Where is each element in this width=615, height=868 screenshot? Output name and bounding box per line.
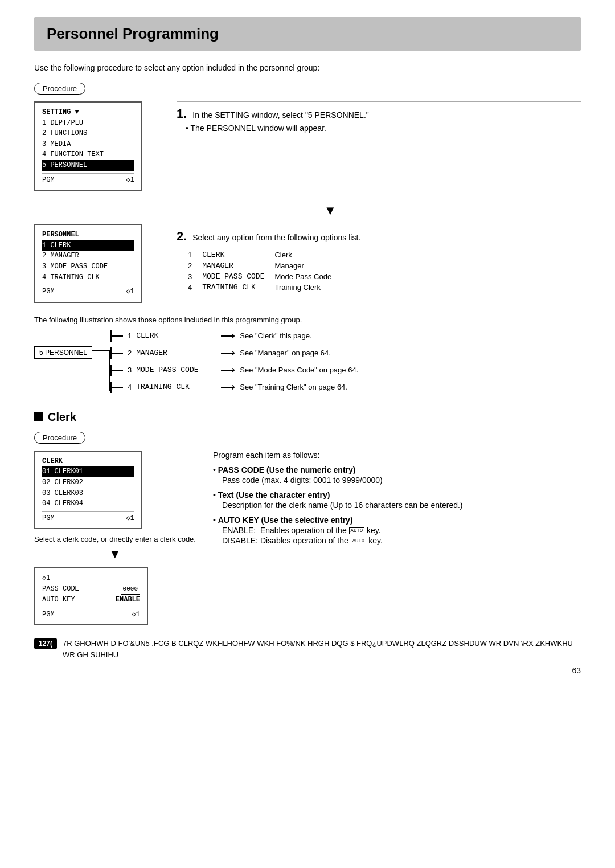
- step2-row: PERSONNEL 1 CLERK 2 MANAGER 3 MODE PASS …: [34, 224, 581, 303]
- clerk-footer-left: PGM: [42, 513, 55, 524]
- branch-num-4: 4: [128, 383, 132, 391]
- clerk-left: CLERK 01 CLERK01 02 CLERK02 03 CLERK03 0…: [34, 451, 196, 625]
- personnel-item-1: 1 CLERK: [42, 240, 134, 251]
- down-arrow-1: ▼: [80, 203, 581, 218]
- clerk-select-text: Select a clerk code, or directly enter a…: [34, 535, 196, 543]
- personnel-footer-left: PGM: [42, 286, 55, 297]
- step1-content: 1. In the SETTING window, select "5 PERS…: [177, 101, 581, 133]
- setting-item-1: 1 DEPT/PLU: [42, 118, 134, 129]
- opt-label-3: Mode Pass Code: [274, 271, 342, 282]
- branch-num-2: 2: [128, 349, 132, 357]
- opt-num-4: 4: [188, 282, 202, 293]
- opt-code-4: TRAINING CLK: [202, 282, 274, 293]
- illus-intro: The following illustration shows those o…: [34, 316, 581, 324]
- note-badge: 127(: [34, 638, 57, 649]
- branch-arrow-3: ⟶: [220, 364, 235, 376]
- personnel-item-4: 4 TRAINING CLK: [42, 272, 134, 283]
- auto-key-val: ENABLE: [116, 595, 140, 605]
- branch-arrow-2: ⟶: [220, 347, 235, 359]
- clerk-lcd-footer: PGM ◇1: [42, 511, 134, 524]
- text-block: • Text (Use the character entry) Descrip…: [213, 490, 581, 510]
- setting-lcd-box: SETTING ▼ 1 DEPT/PLU 2 FUNCTIONS 3 MEDIA…: [34, 101, 142, 191]
- opt-label-4: Training Clerk: [274, 282, 342, 293]
- clerk-main: CLERK 01 CLERK01 02 CLERK02 03 CLERK03 0…: [34, 451, 581, 625]
- branch-label-4: TRAINING CLK: [136, 383, 216, 391]
- branch-label-3: MODE PASS CODE: [136, 366, 216, 374]
- step1-number: 1.: [177, 107, 187, 121]
- auto-key-disable: DISABLE: Disables operation of the AUTO …: [222, 536, 581, 545]
- illus-root: 5 PERSONNEL: [34, 346, 92, 359]
- setting-footer: PGM ◇1: [42, 173, 134, 186]
- opt-num-2: 2: [188, 260, 202, 271]
- clerk-heading-text: Clerk: [48, 411, 76, 424]
- pass-line1-left: ◇1: [42, 573, 50, 584]
- clerk-right: Program each item as follows: • PASS COD…: [213, 451, 581, 551]
- branch-label-1: CLERK: [136, 331, 216, 340]
- branch-row-2: 2 MANAGER ⟶ See "Manager" on page 64.: [110, 347, 358, 359]
- pass-code-block: • PASS CODE (Use the numeric entry) Pass…: [213, 465, 581, 485]
- setting-item-4: 4 FUNCTION TEXT: [42, 149, 134, 160]
- setting-item-5: 5 PERSONNEL: [42, 160, 134, 171]
- page-number: 63: [34, 666, 581, 675]
- branch-see-1: See "Clerk" this page.: [240, 331, 311, 340]
- options-list: 1 CLERK Clerk 2 MANAGER Manager 3 MODE P…: [188, 249, 581, 293]
- personnel-item-2: 2 MANAGER: [42, 251, 134, 261]
- pass-line3: AUTO KEY ENABLE: [42, 595, 140, 605]
- clerk-item-1: 01 CLERK01: [42, 466, 134, 477]
- personnel-item-3: 3 MODE PASS CODE: [42, 261, 134, 272]
- pass-line1: ◇1: [42, 573, 140, 584]
- opt-code-3: MODE PASS CODE: [202, 271, 274, 282]
- branch-row-4: 4 TRAINING CLK ⟶ See "Training Clerk" on…: [110, 381, 358, 394]
- step1-row: SETTING ▼ 1 DEPT/PLU 2 FUNCTIONS 3 MEDIA…: [34, 101, 581, 191]
- opt-code-1: CLERK: [202, 249, 274, 260]
- option-row-3: 3 MODE PASS CODE Mode Pass Code: [188, 271, 342, 282]
- clerk-lcd-title: CLERK: [42, 456, 134, 467]
- step2-content: 2. Select any option from the following …: [177, 224, 581, 293]
- branch-arrow-1: ⟶: [220, 330, 235, 342]
- options-table: 1 CLERK Clerk 2 MANAGER Manager 3 MODE P…: [188, 249, 342, 293]
- branch-num-3: 3: [128, 366, 132, 374]
- procedure-badge-1: Procedure: [34, 83, 85, 95]
- note-box: 127( 7R GHOHWH D FO'&UN5 .FCG B CLRQZ WK…: [34, 638, 581, 660]
- auto-key-box-2: AUTO: [351, 538, 367, 544]
- branch-num-1: 1: [128, 331, 132, 340]
- clerk-lcd-box: CLERK 01 CLERK01 02 CLERK02 03 CLERK03 0…: [34, 451, 142, 530]
- procedure-badge-2: Procedure: [34, 432, 85, 444]
- branch-row-1: 1 CLERK ⟶ See "Clerk" this page.: [110, 330, 358, 342]
- clerk-item-2: 02 CLERK02: [42, 477, 134, 488]
- pass-footer-left: PGM: [42, 609, 55, 620]
- down-arrow-2: ▼: [34, 547, 196, 562]
- opt-label-1: Clerk: [274, 249, 342, 260]
- branch-label-2: MANAGER: [136, 349, 216, 357]
- personnel-lcd-box: PERSONNEL 1 CLERK 2 MANAGER 3 MODE PASS …: [34, 224, 142, 303]
- setting-footer-right: ◇1: [126, 175, 134, 186]
- opt-label-2: Manager: [274, 260, 342, 271]
- text-heading: • Text (Use the character entry): [213, 490, 581, 499]
- option-row-4: 4 TRAINING CLK Training Clerk: [188, 282, 342, 293]
- pass-footer-right: ◇1: [132, 609, 140, 620]
- auto-key-block: • AUTO KEY (Use the selective entry) ENA…: [213, 515, 581, 545]
- branch-arrow-4: ⟶: [220, 381, 235, 394]
- clerk-footer-right: ◇1: [126, 513, 134, 524]
- pass-code-heading: • PASS CODE (Use the numeric entry): [213, 465, 581, 474]
- step2-lcd: PERSONNEL 1 CLERK 2 MANAGER 3 MODE PASS …: [34, 224, 159, 303]
- branch-row-3: 3 MODE PASS CODE ⟶ See "Mode Pass Code" …: [110, 364, 358, 376]
- personnel-footer-right: ◇1: [126, 286, 134, 297]
- step1-lcd: SETTING ▼ 1 DEPT/PLU 2 FUNCTIONS 3 MEDIA…: [34, 101, 159, 191]
- option-row-1: 1 CLERK Clerk: [188, 249, 342, 260]
- auto-key-heading: • AUTO KEY (Use the selective entry): [213, 515, 581, 525]
- step2-main: Select any option from the following opt…: [192, 233, 360, 242]
- option-row-2: 2 MANAGER Manager: [188, 260, 342, 271]
- step2-number: 2.: [177, 229, 187, 243]
- branch-see-4: See "Training Clerk" on page 64.: [240, 383, 347, 391]
- opt-num-1: 1: [188, 249, 202, 260]
- text-desc: Description for the clerk name (Up to 16…: [222, 501, 581, 510]
- setting-title: SETTING ▼: [42, 107, 134, 118]
- auto-key-label: AUTO KEY: [42, 595, 75, 605]
- branch-see-3: See "Mode Pass Code" on page 64.: [240, 366, 358, 374]
- personnel-title: PERSONNEL: [42, 230, 134, 240]
- clerk-square-icon: [34, 412, 43, 421]
- branch-see-2: See "Manager" on page 64.: [240, 349, 331, 357]
- pass-lcd-box: ◇1 PASS CODE 0000 AUTO KEY ENABLE PGM ◇1: [34, 567, 148, 625]
- step1-main: In the SETTING window, select "5 PERSONN…: [192, 110, 369, 120]
